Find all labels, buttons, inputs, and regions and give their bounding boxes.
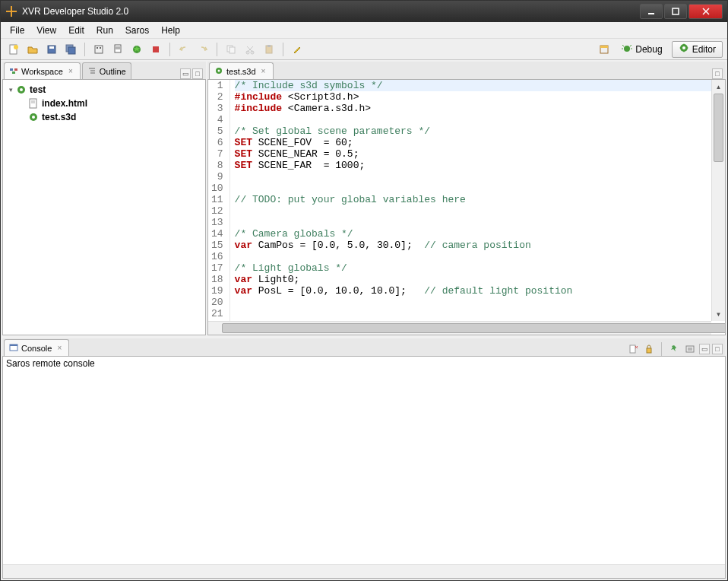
scroll-thumb[interactable] xyxy=(714,94,723,162)
display-options-button[interactable] xyxy=(683,342,697,356)
tab-editor-file[interactable]: test.s3d × xyxy=(209,62,274,79)
svg-rect-54 xyxy=(630,345,635,353)
svg-point-49 xyxy=(32,116,35,119)
undo-button[interactable] xyxy=(176,41,192,58)
tab-outline[interactable]: Outline xyxy=(82,62,131,79)
svg-point-44 xyxy=(20,88,23,91)
highlight-button[interactable] xyxy=(289,41,305,58)
scroll-down-button[interactable]: ▼ xyxy=(712,307,725,321)
svg-rect-14 xyxy=(100,47,101,49)
stop-button[interactable] xyxy=(147,41,164,58)
minimize-button[interactable] xyxy=(640,4,663,19)
maximize-pane-button[interactable]: □ xyxy=(712,68,723,79)
save-button[interactable] xyxy=(43,41,60,58)
code-editor[interactable]: 123456789101112131415161718192021 /* Inc… xyxy=(208,80,725,335)
left-pane: Workspace × Outline ▭ □ ▾ xyxy=(2,62,206,335)
perspective-picker-button[interactable] xyxy=(596,41,612,58)
tree-file-row[interactable]: index.html xyxy=(6,97,202,110)
workspace-icon xyxy=(9,66,18,77)
titlebar[interactable]: XVR Developer Studio 2.0 xyxy=(1,1,727,22)
vertical-scrollbar[interactable]: ▲ ▼ xyxy=(711,80,725,321)
outline-icon xyxy=(87,66,97,77)
copy-button[interactable] xyxy=(223,41,239,58)
code-area[interactable]: /* Include s3d symbols */#include <Scrip… xyxy=(230,80,725,335)
lock-scroll-button[interactable] xyxy=(642,342,656,356)
gear-icon xyxy=(15,84,27,96)
paste-button[interactable] xyxy=(261,41,277,58)
bug-icon xyxy=(622,43,632,56)
menubar: File View Edit Run Saros Help xyxy=(1,22,727,39)
editor-tab-label: test.s3d xyxy=(226,67,256,76)
minimize-pane-button[interactable]: ▭ xyxy=(180,68,191,79)
svg-point-30 xyxy=(624,46,630,52)
build-button[interactable] xyxy=(90,41,107,58)
app-icon xyxy=(5,5,17,17)
svg-rect-12 xyxy=(95,46,103,53)
tree-project-row[interactable]: ▾ test xyxy=(6,83,202,97)
clear-console-button[interactable] xyxy=(626,342,640,356)
save-all-button[interactable] xyxy=(62,41,79,58)
redo-button[interactable] xyxy=(195,41,211,58)
console-status-line: Saros remote console xyxy=(6,358,722,369)
collapse-icon[interactable]: ▾ xyxy=(6,86,15,94)
tree-file-row[interactable]: test.s3d xyxy=(6,110,202,124)
console-body[interactable]: Saros remote console xyxy=(2,357,726,579)
svg-rect-57 xyxy=(647,348,651,353)
tab-workspace[interactable]: Workspace × xyxy=(4,62,81,79)
pin-console-button[interactable] xyxy=(667,342,681,356)
close-icon[interactable]: × xyxy=(66,67,75,76)
debug-perspective-button[interactable]: Debug xyxy=(615,41,669,58)
svg-rect-39 xyxy=(12,71,15,74)
new-file-button[interactable] xyxy=(5,41,22,58)
app-window: XVR Developer Studio 2.0 File View Edit … xyxy=(0,0,728,581)
menu-file[interactable]: File xyxy=(4,24,30,37)
outline-tab-label: Outline xyxy=(100,67,126,76)
maximize-pane-button[interactable]: □ xyxy=(192,68,203,79)
minimize-pane-button[interactable]: ▭ xyxy=(699,344,710,354)
svg-point-7 xyxy=(14,45,18,49)
svg-rect-37 xyxy=(10,68,13,71)
close-icon[interactable]: × xyxy=(259,67,268,76)
editor-tabs: test.s3d × □ xyxy=(207,62,726,80)
menu-run[interactable]: Run xyxy=(90,24,119,37)
toolbar-separator xyxy=(661,342,662,356)
menu-view[interactable]: View xyxy=(30,24,62,37)
menu-help[interactable]: Help xyxy=(155,24,186,37)
debug-label: Debug xyxy=(635,44,662,55)
tab-console[interactable]: Console × xyxy=(4,339,69,356)
editor-label: Editor xyxy=(692,44,716,55)
maximize-button[interactable] xyxy=(664,4,687,19)
toolbar-separator xyxy=(217,43,217,56)
window-title: XVR Developer Studio 2.0 xyxy=(22,6,638,17)
editor-perspective-button[interactable]: Editor xyxy=(672,41,723,58)
gear-icon xyxy=(214,66,223,77)
editor-body: 123456789101112131415161718192021 /* Inc… xyxy=(207,80,726,335)
svg-line-31 xyxy=(622,45,624,46)
svg-rect-3 xyxy=(673,8,679,14)
open-button[interactable] xyxy=(24,41,41,58)
toolbar-separator xyxy=(283,43,283,56)
svg-rect-13 xyxy=(97,47,98,49)
horizontal-scrollbar[interactable] xyxy=(208,321,711,335)
svg-rect-19 xyxy=(153,46,159,52)
maximize-pane-button[interactable]: □ xyxy=(712,344,723,354)
scroll-up-button[interactable]: ▲ xyxy=(712,80,725,94)
scroll-thumb[interactable] xyxy=(222,323,726,333)
console-icon xyxy=(9,343,18,354)
svg-rect-21 xyxy=(229,47,235,53)
console-pane: Console × ▭ □ Saros remote console xyxy=(2,338,726,579)
svg-rect-53 xyxy=(10,344,17,346)
menu-saros[interactable]: Saros xyxy=(119,24,155,37)
workspace-tree-body: ▾ test index.html test.s3d xyxy=(2,80,206,335)
build-all-button[interactable] xyxy=(109,41,126,58)
left-tabs: Workspace × Outline ▭ □ xyxy=(2,62,206,80)
cut-button[interactable] xyxy=(242,41,258,58)
svg-rect-27 xyxy=(267,45,271,47)
close-icon[interactable]: × xyxy=(55,344,64,353)
run-button[interactable] xyxy=(128,41,145,58)
svg-rect-9 xyxy=(49,46,54,49)
close-button[interactable] xyxy=(688,4,723,19)
horizontal-scrollbar[interactable] xyxy=(3,564,725,578)
menu-edit[interactable]: Edit xyxy=(62,24,90,37)
toolbar: Debug Editor xyxy=(1,39,727,60)
